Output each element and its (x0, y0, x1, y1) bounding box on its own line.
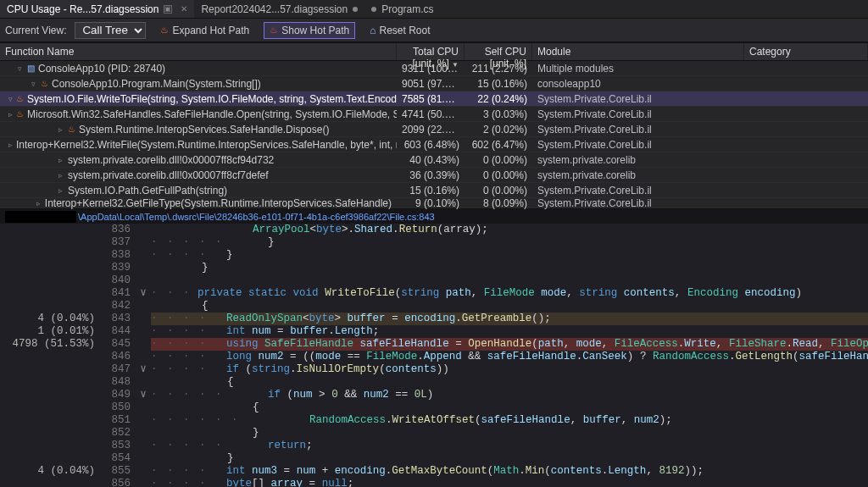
column-self-cpu[interactable]: Self CPU [unit, %] (465, 43, 532, 60)
source-path-bar: \AppData\Local\Temp\.dwsrc\File\28246b36… (0, 208, 868, 224)
function-name: Interop+Kernel32.GetFileType(System.Runt… (45, 197, 392, 209)
function-name: Interop+Kernel32.WriteFile(System.Runtim… (16, 139, 397, 151)
cell-self: 0 (0.00%) (465, 154, 532, 166)
function-name: Microsoft.Win32.SafeHandles.SafeFileHand… (27, 108, 397, 120)
cell-total: 9311 (100.00%) (397, 63, 465, 75)
path-text: \AppData\Local\Temp\.dwsrc\File\28246b36… (78, 212, 435, 222)
cell-total: 4741 (50.92%) (397, 108, 465, 120)
table-row[interactable]: ▹♨ System.Runtime.InteropServices.SafeHa… (0, 122, 868, 137)
dirty-dot-icon (353, 7, 358, 12)
cell-self: 0 (0.00%) (465, 185, 532, 196)
expander-icon[interactable]: ▹ (8, 141, 13, 149)
document-tabs: CPU Usage - Re...57.diagsession ▣ ✕ Repo… (0, 0, 868, 19)
cpu-gutter: 4 (0.04%)1 (0.01%)4798 (51.53%) 4 (0.04%… (0, 224, 102, 487)
cell-self: 0 (0.00%) (465, 169, 532, 181)
flame-icon: ♨ (16, 94, 24, 103)
cell-module: System.Private.CoreLib.il (532, 108, 744, 120)
flame-icon: ♨ (16, 109, 24, 119)
expander-icon[interactable]: ▿ (29, 80, 37, 88)
cell-module: system.private.corelib (532, 169, 744, 181)
column-function-name[interactable]: Function Name (0, 43, 397, 60)
expander-icon[interactable]: ▿ (8, 95, 13, 103)
function-name: System.IO.Path.GetFullPath(string) (68, 185, 227, 196)
view-select[interactable]: Call Tree (75, 22, 146, 39)
fold-gutter[interactable]: ∨∨∨ (136, 224, 151, 487)
cell-total: 40 (0.43%) (397, 154, 465, 166)
cell-module: System.Private.CoreLib.il (532, 139, 744, 151)
lineno-gutter: 8368378388398408418428438448458468478488… (102, 224, 136, 487)
expand-hot-path-button[interactable]: ♨ Expand Hot Path (154, 22, 255, 39)
cell-self: 8 (0.09%) (465, 197, 532, 209)
cell-self: 15 (0.16%) (465, 78, 532, 90)
cell-self: 602 (6.47%) (465, 139, 532, 151)
function-name: System.IO.File.WriteToFile(string, Syste… (27, 93, 397, 105)
cell-total: 36 (0.39%) (397, 169, 465, 181)
tab-label: CPU Usage - Re...57.diagsession (7, 3, 159, 15)
column-category[interactable]: Category (744, 43, 868, 60)
tab-diagsession-active[interactable]: CPU Usage - Re...57.diagsession ▣ ✕ (0, 0, 194, 18)
current-view-label: Current View: (5, 25, 66, 36)
tab-label: Program.cs (381, 3, 433, 15)
expander-icon[interactable]: ▹ (56, 171, 64, 180)
cell-module: Multiple modules (532, 63, 744, 75)
code-area[interactable]: ArrayPool<byte>.Shared.Return(array);· ·… (151, 224, 868, 487)
reset-icon: ⌂ (370, 25, 376, 36)
expander-icon[interactable]: ▹ (56, 156, 64, 164)
table-row[interactable]: ▹ Interop+Kernel32.WriteFile(System.Runt… (0, 137, 868, 152)
cell-module: system.private.corelib (532, 154, 744, 166)
pin-icon[interactable]: ▣ (164, 5, 172, 14)
expander-icon[interactable]: ▹ (8, 110, 13, 119)
reset-root-button[interactable]: ⌂ Reset Root (364, 22, 436, 39)
call-tree-grid[interactable]: ▿▧ ConsoleApp10 (PID: 28740)9311 (100.00… (0, 61, 868, 208)
cell-total: 9051 (97.21%) (397, 78, 465, 90)
cell-total: 603 (6.48%) (397, 139, 465, 151)
table-row[interactable]: ▿♨ ConsoleApp10.Program.Main(System.Stri… (0, 76, 868, 91)
table-row[interactable]: ▿♨ System.IO.File.WriteToFile(string, Sy… (0, 91, 868, 107)
cell-total: 9 (0.10%) (397, 197, 465, 209)
flame-icon: ♨ (68, 125, 75, 134)
function-name: system.private.corelib.dll!0x00007ff8cf9… (68, 154, 274, 166)
tab-programcs[interactable]: Program.cs (364, 0, 440, 18)
column-total-cpu[interactable]: Total CPU [unit, %] ▼ (397, 43, 465, 60)
cell-self: 3 (0.03%) (465, 108, 532, 120)
table-row[interactable]: ▹♨ Microsoft.Win32.SafeHandles.SafeFileH… (0, 107, 868, 122)
table-row[interactable]: ▿▧ ConsoleApp10 (PID: 28740)9311 (100.00… (0, 61, 868, 76)
flame-icon: ♨ (41, 79, 48, 88)
cell-self: 2 (0.02%) (465, 124, 532, 136)
cell-total: 15 (0.16%) (397, 185, 465, 196)
expander-icon[interactable]: ▹ (36, 199, 42, 208)
redacted-prefix (5, 211, 76, 223)
expander-icon[interactable]: ▹ (56, 186, 64, 195)
cell-module: System.Private.CoreLib.il (532, 93, 744, 105)
column-module[interactable]: Module (532, 43, 744, 60)
grid-header: Function Name Total CPU [unit, %] ▼ Self… (0, 42, 868, 61)
cell-module: consoleapp10 (532, 78, 744, 90)
flame-icon: ♨ (160, 25, 169, 36)
cell-total: 2099 (22.54%) (397, 124, 465, 136)
toolbar: Current View: Call Tree ♨ Expand Hot Pat… (0, 19, 868, 42)
function-name: system.private.corelib.dll!0x00007ff8cf7… (68, 169, 269, 181)
show-hot-path-button[interactable]: ♨ Show Hot Path (264, 22, 355, 39)
close-icon[interactable]: ✕ (181, 4, 187, 14)
table-row[interactable]: ▹ System.IO.Path.GetFullPath(string)15 (… (0, 183, 868, 198)
tab-report[interactable]: Report2024042...57.diagsession (194, 0, 364, 18)
cell-self: 211 (2.27%) (465, 63, 532, 75)
function-name: ConsoleApp10.Program.Main(System.String[… (52, 78, 261, 90)
cell-self: 22 (0.24%) (465, 93, 532, 105)
cell-total: 7585 (81.46%) (397, 93, 465, 105)
cell-module: System.Private.CoreLib.il (532, 185, 744, 196)
expander-icon[interactable]: ▿ (15, 64, 24, 73)
cell-module: System.Private.CoreLib.il (532, 124, 744, 136)
btn-label: Show Hot Path (281, 25, 349, 36)
table-row[interactable]: ▹ system.private.corelib.dll!0x00007ff8c… (0, 152, 868, 168)
cube-icon: ▧ (27, 64, 35, 73)
table-row[interactable]: ▹ Interop+Kernel32.GetFileType(System.Ru… (0, 198, 868, 208)
file-dot-icon (371, 7, 376, 12)
function-name: ConsoleApp10 (PID: 28740) (38, 63, 165, 75)
expander-icon[interactable]: ▹ (56, 125, 64, 134)
code-editor[interactable]: 4 (0.04%)1 (0.01%)4798 (51.53%) 4 (0.04%… (0, 224, 868, 487)
table-row[interactable]: ▹ system.private.corelib.dll!0x00007ff8c… (0, 168, 868, 183)
function-name: System.Runtime.InteropServices.SafeHandl… (79, 124, 329, 136)
btn-label: Reset Root (380, 25, 431, 36)
tab-label: Report2024042...57.diagsession (201, 3, 348, 15)
